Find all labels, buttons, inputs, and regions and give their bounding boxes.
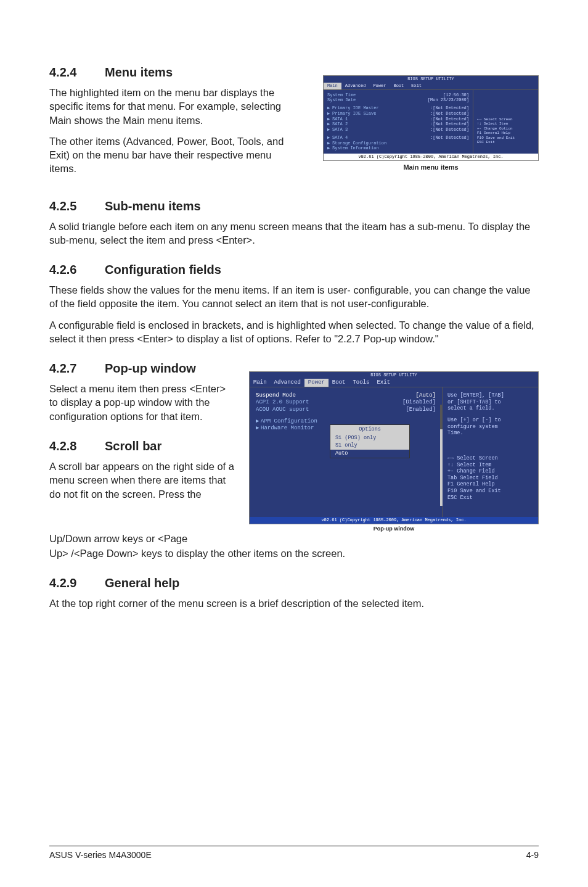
- paragraph: Select a menu item then press <Enter> to…: [49, 382, 234, 423]
- bios-menu-bar: Main Advanced Power Boot Tools Exit: [250, 379, 538, 387]
- bios-menu-bar: Main Advanced Power Boot Exit: [324, 83, 538, 90]
- footer-left: ASUS V-series M4A3000E: [49, 850, 152, 860]
- heading-4-2-4: 4.2.4Menu items: [49, 65, 312, 80]
- bios-left-pane: System Time[12:56:30] System Date[Mon 23…: [324, 90, 473, 154]
- paragraph: The highlighted item on the menu bar dis…: [49, 86, 296, 127]
- heading-4-2-6: 4.2.6Configuration fields: [49, 263, 539, 277]
- paragraph: A scroll bar appears on the right side o…: [49, 460, 234, 501]
- bios-scroll-thumb: [440, 405, 443, 429]
- heading-4-2-7: 4.2.7Pop-up window: [49, 361, 238, 376]
- page-footer: ASUS V-series M4A3000E 4-9: [49, 846, 539, 860]
- heading-4-2-8: 4.2.8Scroll bar: [49, 439, 238, 453]
- bios-tab: Advanced: [341, 83, 370, 89]
- figure-caption: Pop-up window: [249, 526, 539, 532]
- bios-title: BIOS SETUP UTILITY: [324, 76, 538, 83]
- paragraph: Up> /<Page Down> keys to display the oth…: [49, 547, 536, 560]
- bios-footer: v02.61 (C)Copyright 1985-2009, American …: [324, 154, 538, 160]
- heading-number: 4.2.4: [49, 65, 105, 80]
- heading-title: Menu items: [105, 65, 173, 79]
- paragraph: These fields show the values for the men…: [49, 283, 536, 311]
- bios-popup-window: Options S1 (POS) only S1 only Auto: [330, 424, 410, 458]
- paragraph: At the top right corner of the menu scre…: [49, 596, 536, 610]
- bios-screenshot-popup: BIOS SETUP UTILITY Main Advanced Power B…: [249, 371, 539, 524]
- bios-tab: Boot: [390, 83, 407, 89]
- paragraph: The other items (Advanced, Power, Boot, …: [49, 134, 296, 176]
- bios-tab: Power: [369, 83, 390, 89]
- bios-screenshot-main: BIOS SETUP UTILITY Main Advanced Power B…: [323, 75, 539, 161]
- paragraph: A solid triangle before each item on any…: [49, 220, 536, 247]
- bios-help-pane: ←→ Select Screen ↑↓ Select Item +- Chang…: [473, 90, 538, 154]
- footer-right: 4-9: [526, 850, 539, 860]
- heading-4-2-9: 4.2.9General help: [49, 576, 539, 590]
- figure-caption: Main menu items: [323, 163, 539, 171]
- paragraph: A configurable field is enclosed in brac…: [49, 318, 536, 346]
- bios-tab-main: Main: [324, 83, 341, 89]
- bios-tab: Exit: [407, 83, 425, 89]
- heading-4-2-5: 4.2.5Sub-menu items: [49, 199, 539, 213]
- paragraph: Up/Down arrow keys or <Page: [49, 532, 536, 545]
